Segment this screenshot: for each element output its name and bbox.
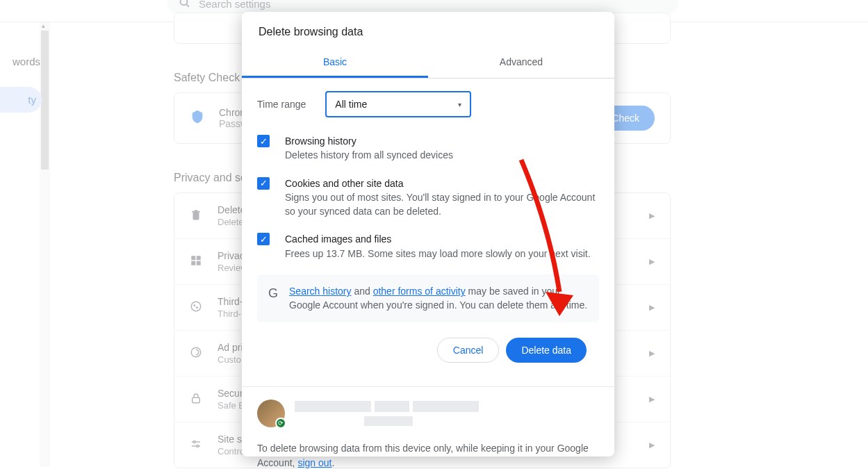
cookies-checkbox[interactable]: ✓: [257, 177, 270, 190]
tab-advanced[interactable]: Advanced: [428, 48, 614, 78]
cache-desc: Frees up 13.7 MB. Some sites may load mo…: [285, 247, 591, 261]
time-range-dropdown[interactable]: All time ▾: [325, 91, 471, 117]
delete-data-button[interactable]: Delete data: [506, 338, 587, 363]
browsing-history-title: Browsing history: [285, 134, 453, 148]
google-icon: G: [268, 284, 278, 313]
browsing-history-desc: Deletes history from all synced devices: [285, 148, 453, 162]
dialog-title: Delete browsing data: [242, 12, 614, 48]
cookies-desc: Signs you out of most sites. You'll stay…: [285, 190, 599, 219]
dialog-tabs: Basic Advanced: [242, 48, 614, 79]
time-range-label: Time range: [257, 99, 306, 110]
chevron-down-icon: ▾: [458, 101, 461, 108]
cache-checkbox[interactable]: ✓: [257, 233, 270, 245]
sign-out-link[interactable]: sign out: [297, 457, 331, 468]
dropdown-value: All time: [335, 99, 367, 110]
browsing-history-checkbox[interactable]: ✓: [257, 135, 270, 147]
other-activity-link[interactable]: other forms of activity: [373, 286, 466, 297]
search-history-link[interactable]: Search history: [289, 286, 351, 297]
cancel-button[interactable]: Cancel: [437, 338, 500, 363]
delete-browsing-data-dialog: Delete browsing data Basic Advanced Time…: [242, 12, 614, 456]
cookies-title: Cookies and other site data: [285, 176, 599, 190]
tab-basic[interactable]: Basic: [242, 48, 428, 78]
avatar: ⟳: [257, 400, 285, 427]
cache-title: Cached images and files: [285, 232, 591, 246]
google-info-box: G Search history and other forms of acti…: [257, 274, 599, 322]
sync-badge-icon: ⟳: [275, 418, 286, 429]
account-section: ⟳ To delete browsing data from this devi…: [242, 386, 614, 469]
